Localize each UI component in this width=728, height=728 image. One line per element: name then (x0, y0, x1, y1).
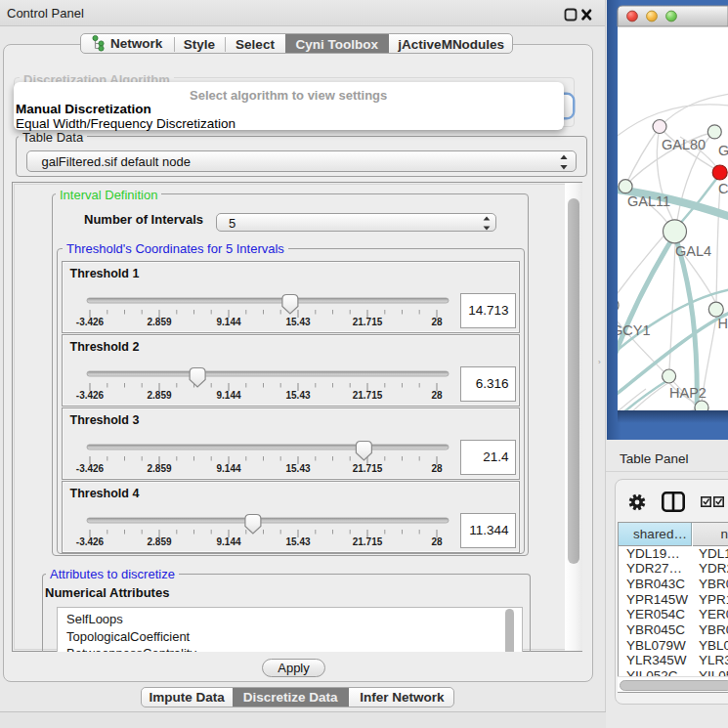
svg-text:2.859: 2.859 (147, 463, 171, 474)
svg-text:15.43: 15.43 (285, 390, 310, 401)
svg-text:28: 28 (431, 536, 443, 547)
svg-text:GAL11: GAL11 (627, 193, 670, 209)
svg-text:H: H (718, 316, 728, 331)
svg-text:-3.426: -3.426 (75, 390, 104, 401)
svg-text:GAL4: GAL4 (675, 243, 711, 259)
svg-text:21.715: 21.715 (352, 536, 382, 547)
svg-text:GA: GA (718, 143, 728, 158)
svg-text:28: 28 (431, 317, 443, 327)
svg-text:2.859: 2.859 (147, 317, 171, 327)
svg-text:2.859: 2.859 (147, 390, 171, 401)
svg-text:-3.426: -3.426 (75, 536, 104, 547)
svg-text:-3.426: -3.426 (75, 463, 104, 474)
svg-text:21.715: 21.715 (352, 463, 382, 474)
svg-text:9.144: 9.144 (216, 390, 240, 401)
svg-text:15.43: 15.43 (285, 463, 310, 474)
svg-text:-3.426: -3.426 (75, 317, 104, 327)
svg-text:GAL80: GAL80 (662, 137, 706, 152)
svg-text:28: 28 (431, 390, 443, 401)
svg-text:21.715: 21.715 (352, 390, 382, 401)
svg-text:21.715: 21.715 (352, 317, 382, 327)
svg-text:28: 28 (431, 463, 443, 474)
svg-text:9.144: 9.144 (216, 317, 240, 327)
svg-text:HAP2: HAP2 (669, 385, 707, 401)
svg-text:2.859: 2.859 (147, 536, 171, 547)
svg-text:9.144: 9.144 (216, 536, 240, 547)
svg-text:CY: CY (718, 181, 728, 196)
svg-text:9.144: 9.144 (216, 463, 240, 474)
svg-text:15.43: 15.43 (285, 536, 310, 547)
svg-text:15.43: 15.43 (285, 317, 310, 327)
